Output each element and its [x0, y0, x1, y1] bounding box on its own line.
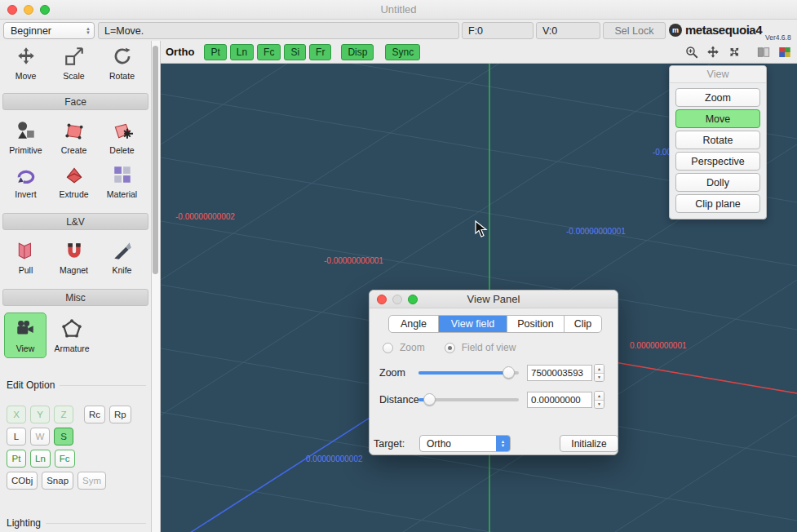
- zoom-radio[interactable]: [383, 343, 393, 353]
- distance-slider-thumb[interactable]: [423, 393, 436, 406]
- distance-stepper[interactable]: ▲ ▼: [594, 391, 604, 409]
- tool-invert[interactable]: Invert: [2, 159, 50, 203]
- view-palette-title[interactable]: View: [670, 66, 766, 83]
- pan-view-icon[interactable]: [704, 43, 722, 61]
- dialog-title: View Panel: [370, 293, 618, 305]
- tool-delete[interactable]: Delete: [98, 115, 146, 159]
- toggle-si[interactable]: Si: [284, 44, 306, 60]
- snap-button[interactable]: Snap: [42, 472, 73, 490]
- mode-select-value: Beginner: [4, 25, 82, 37]
- tool-label: Invert: [15, 189, 36, 199]
- invert-icon: [15, 164, 37, 188]
- sidebar-scrollbar[interactable]: [152, 41, 161, 532]
- move-icon: [15, 46, 37, 70]
- tab-angle[interactable]: Angle: [389, 316, 438, 332]
- view-clip-plane-button[interactable]: Clip plane: [675, 194, 760, 213]
- distance-value-field[interactable]: 0.00000000: [527, 392, 592, 408]
- axis-x-button[interactable]: X: [7, 406, 26, 423]
- zoom-slider[interactable]: [418, 366, 519, 379]
- tool-label: Magnet: [60, 265, 88, 275]
- field-of-view-radio[interactable]: [445, 343, 455, 353]
- ln-filter-button[interactable]: Ln: [30, 450, 51, 468]
- coordinate-label: -0.00000000001: [566, 227, 626, 236]
- tool-move[interactable]: Move: [2, 42, 50, 83]
- tool-label: Primitive: [9, 145, 42, 155]
- tool-label: Delete: [109, 145, 134, 155]
- tool-label: View: [16, 344, 35, 353]
- viewport-toolbar: Ortho Pt Ln Fc Si Fr Disp Sync: [161, 41, 797, 64]
- rc-button[interactable]: Rc: [84, 406, 105, 423]
- distance-row: Distance 0.00000000 ▲ ▼: [379, 391, 608, 409]
- transform-tools-row: Move Scale Rotate: [0, 41, 151, 83]
- magnet-icon: [64, 240, 85, 264]
- rotate-icon: [112, 46, 133, 70]
- target-select[interactable]: Ortho ▲▼: [419, 435, 511, 452]
- stepper-up-icon[interactable]: ▲: [595, 365, 604, 374]
- tool-view[interactable]: View: [4, 313, 46, 358]
- cobj-button[interactable]: CObj: [7, 472, 38, 490]
- stepper-up-icon[interactable]: ▲: [595, 392, 604, 401]
- zoom-value-field[interactable]: 7500003593: [527, 365, 592, 381]
- panel-colors-icon[interactable]: [776, 43, 794, 61]
- tab-position[interactable]: Position: [507, 316, 564, 332]
- toggle-disp[interactable]: Disp: [341, 44, 374, 60]
- view-panel-dialog: View Panel Angle View field Position Cli…: [369, 290, 618, 455]
- tool-knife[interactable]: Knife: [98, 235, 146, 279]
- sel-lock-button[interactable]: Sel Lock: [603, 22, 666, 39]
- titlebar: Untitled: [0, 0, 797, 20]
- fc-filter-button[interactable]: Fc: [55, 450, 75, 468]
- rotate-view-icon[interactable]: [725, 43, 743, 61]
- tool-rotate[interactable]: Rotate: [98, 42, 146, 83]
- zoom-slider-thumb[interactable]: [503, 366, 515, 379]
- pt-filter-button[interactable]: Pt: [7, 450, 26, 468]
- stepper-down-icon[interactable]: ▼: [595, 374, 604, 382]
- mode-select[interactable]: Beginner ▲▼: [3, 22, 95, 39]
- split-view-icon[interactable]: [755, 43, 773, 61]
- view-perspective-button[interactable]: Perspective: [675, 152, 760, 171]
- lighting-label: Lighting: [7, 517, 146, 529]
- zoom-view-icon[interactable]: [683, 43, 701, 61]
- tool-extrude[interactable]: Extrude: [50, 159, 98, 203]
- tool-primitive[interactable]: Primitive: [2, 115, 50, 159]
- tool-label: Scale: [63, 71, 84, 81]
- tool-scale[interactable]: Scale: [50, 42, 98, 83]
- zoom-slider-fill: [418, 371, 509, 375]
- tool-pull[interactable]: Pull: [2, 235, 50, 279]
- dialog-titlebar[interactable]: View Panel: [370, 290, 618, 308]
- chevron-updown-icon: ▲▼: [496, 436, 510, 451]
- sidebar-scrollbar-thumb[interactable]: [153, 46, 158, 274]
- stepper-down-icon[interactable]: ▼: [595, 401, 604, 409]
- zoom-row: Zoom 7500003593 ▲ ▼: [379, 364, 608, 382]
- toggle-fr[interactable]: Fr: [309, 44, 331, 60]
- edit-option-label: Edit Option: [7, 379, 146, 391]
- distance-label: Distance: [379, 394, 418, 406]
- tab-clip[interactable]: Clip: [564, 316, 601, 332]
- scale-icon: [64, 46, 85, 70]
- tool-material[interactable]: Material: [98, 159, 146, 203]
- tool-magnet[interactable]: Magnet: [50, 235, 98, 279]
- screen-button[interactable]: S: [54, 428, 73, 446]
- local-button[interactable]: L: [7, 428, 26, 446]
- zoom-stepper[interactable]: ▲ ▼: [594, 364, 604, 382]
- view-dolly-button[interactable]: Dolly: [675, 173, 760, 192]
- world-button[interactable]: W: [30, 428, 50, 446]
- distance-slider[interactable]: [418, 393, 519, 406]
- axis-z-button[interactable]: Z: [54, 406, 73, 423]
- initialize-button[interactable]: Initialize: [560, 435, 618, 452]
- view-rotate-button[interactable]: Rotate: [675, 131, 760, 149]
- toggle-pt[interactable]: Pt: [204, 44, 226, 60]
- tab-view-field[interactable]: View field: [438, 316, 507, 332]
- view-zoom-button[interactable]: Zoom: [675, 88, 760, 107]
- toggle-sync[interactable]: Sync: [385, 44, 420, 60]
- toggle-fc[interactable]: Fc: [257, 44, 281, 60]
- tool-create[interactable]: Create: [50, 115, 98, 159]
- view-move-button[interactable]: Move: [675, 109, 760, 128]
- tool-armature[interactable]: Armature: [46, 315, 97, 356]
- face-tools-grid: Primitive Create Delete Invert Extrude: [0, 113, 151, 203]
- rp-button[interactable]: Rp: [109, 406, 131, 423]
- toggle-ln[interactable]: Ln: [230, 44, 254, 60]
- vertex-count: V:0: [542, 25, 557, 37]
- view-mode-label[interactable]: Ortho: [166, 46, 194, 58]
- axis-y-button[interactable]: Y: [30, 406, 50, 423]
- sym-button[interactable]: Sym: [77, 472, 106, 490]
